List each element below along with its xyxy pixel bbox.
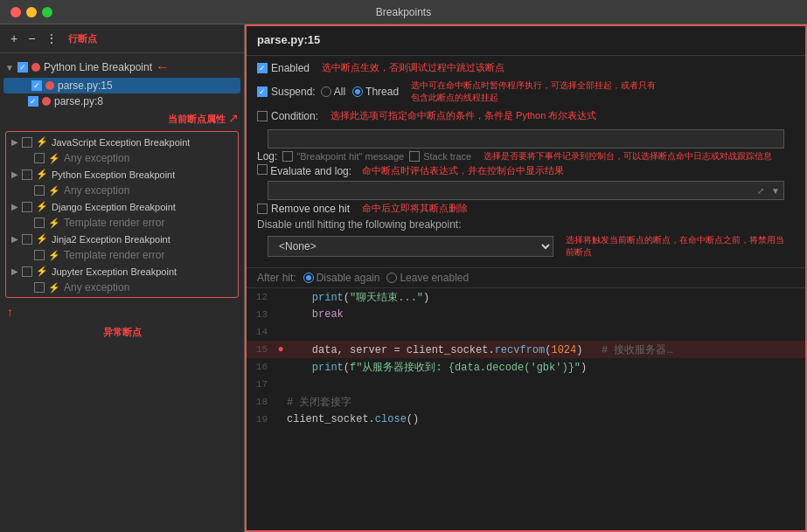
parsepy8-item[interactable]: ✓ parse.py:8 [0, 93, 244, 109]
annotation-arrow-up: ↗ [228, 111, 239, 125]
jupyter-exception-check[interactable] [22, 266, 32, 277]
code-text-19: client_socket.close() [287, 413, 419, 425]
disable-until-row: Disable until hitting the following brea… [257, 218, 795, 231]
line-num-14: 14 [250, 327, 275, 337]
thread-radio[interactable]: Thread [352, 86, 399, 98]
python-line-breakpoint-section[interactable]: ▼ ✓ Python Line Breakpoint ← [0, 57, 244, 78]
thread-radio-circle [352, 86, 363, 97]
parsepy8-check[interactable]: ✓ [28, 96, 38, 107]
left-toolbar: + − ⋮ 行断点 [0, 24, 244, 53]
jinja2-exception-check[interactable] [22, 234, 32, 245]
python-line-bp-check[interactable]: ✓ [17, 62, 28, 73]
exception-bottom-label-area: 异常断点 [0, 326, 244, 344]
django-exception-check[interactable] [22, 202, 32, 212]
menu-button[interactable]: ⋮ [42, 30, 61, 47]
evaluate-input[interactable] [268, 183, 754, 198]
after-hit-row: After hit: Disable again Leave enabled [247, 268, 805, 288]
log-bp-hit-check[interactable] [282, 151, 293, 162]
js-exception-bp-section[interactable]: ▶ ⚡ JavaScript Exception Breakpoint [6, 134, 238, 150]
py-exception-bp-section[interactable]: ▶ ⚡ Python Exception Breakpoint [6, 166, 238, 183]
py-any-exception-item: ⚡ Any exception [6, 183, 238, 198]
py-any-check[interactable] [34, 185, 45, 196]
jupyter-expand-arrow: ▶ [11, 266, 18, 276]
code-text-15: data, server = client_socket.recvfrom(10… [287, 342, 673, 357]
condition-input[interactable] [268, 129, 784, 149]
current-bp-annotation-area: 当前断点属性 ↗ [0, 109, 244, 128]
expand-eval-icon[interactable]: ⤢ [754, 186, 768, 196]
django-template-lightning: ⚡ [48, 218, 60, 229]
django-template-check[interactable] [34, 218, 45, 228]
jinja2-template-lightning: ⚡ [48, 250, 60, 261]
window-title: Breakpoints [376, 6, 431, 18]
eval-menu-icon[interactable]: ▼ [768, 186, 783, 196]
condition-check[interactable] [257, 111, 268, 121]
all-radio[interactable]: All [321, 86, 345, 98]
js-any-exception-item: ⚡ Any exception [6, 150, 238, 166]
suspend-radio-group: All Thread [321, 86, 399, 98]
evaluate-label[interactable]: Evaluate and log: [257, 164, 351, 177]
evaluate-text: Evaluate and log: [270, 165, 351, 177]
exception-annotation-area: ↑ [0, 301, 244, 326]
remove-once-hit-label[interactable]: Remove once hit [257, 203, 350, 215]
code-text-12: print("聊天结束...") [287, 290, 429, 305]
log-row: Log: "Breakpoint hit" message Stack trac… [257, 150, 795, 162]
toolbar-title: 行断点 [68, 32, 97, 45]
code-line-17: 17 [247, 376, 805, 393]
breakpoints-list: ▼ ✓ Python Line Breakpoint ← ✓ parse.py:… [0, 53, 244, 532]
log-option2[interactable]: Stack trace [409, 151, 471, 162]
log-stack-label: Stack trace [423, 151, 471, 162]
enabled-label[interactable]: ✓ Enabled [257, 62, 310, 74]
title-bar: Breakpoints [0, 0, 807, 24]
enabled-text: Enabled [271, 62, 310, 74]
exception-annotation-label: 异常断点 [103, 327, 142, 337]
django-exception-label: Django Exception Breakpoint [52, 202, 176, 212]
py-exception-check[interactable] [22, 169, 32, 180]
parsepy15-check[interactable]: ✓ [31, 80, 42, 91]
select-none-wrap: <None> 选择将触发当前断点的断点，在命中断点之前，将禁用当前断点 [268, 234, 784, 259]
evaluate-input-wrap: ⤢ ▼ [268, 181, 784, 200]
py-exception-label: Python Exception Breakpoint [52, 169, 175, 180]
suspend-text: Suspend: [271, 86, 316, 98]
disable-again-option[interactable]: Disable again [303, 272, 380, 284]
condition-annotation: 选择此选项可指定命中断点的条件，条件是 Python 布尔表达式 [330, 109, 596, 122]
evaluate-check[interactable] [257, 164, 268, 175]
js-any-check[interactable] [34, 153, 45, 163]
remove-breakpoint-button[interactable]: − [24, 30, 38, 47]
log-bp-hit-label: "Breakpoint hit" message [296, 151, 404, 162]
suspend-check[interactable]: ✓ [257, 86, 268, 97]
select-annotation: 选择将触发当前断点的断点，在命中断点之前，将禁用当前断点 [566, 234, 784, 259]
leave-enabled-option[interactable]: Leave enabled [386, 272, 469, 284]
line-num-13: 13 [250, 309, 275, 320]
maximize-button[interactable] [42, 7, 52, 17]
enabled-check[interactable]: ✓ [257, 63, 268, 73]
log-stack-check[interactable] [409, 151, 420, 162]
left-panel: + − ⋮ 行断点 ▼ ✓ Python Line Breakpoint ← ✓… [0, 24, 245, 532]
jinja2-template-label: Template render error [64, 249, 164, 261]
jinja2-template-check[interactable] [34, 250, 45, 260]
all-radio-label: All [334, 86, 345, 98]
py-any-lightning: ⚡ [48, 185, 60, 197]
minimize-button[interactable] [26, 7, 37, 17]
condition-label[interactable]: Condition: [257, 110, 318, 122]
jupyter-any-label: Any exception [64, 281, 129, 294]
jinja2-exception-bp-section[interactable]: ▶ ⚡ Jinja2 Exception Breakpoint [6, 231, 238, 247]
window-controls[interactable] [10, 7, 52, 17]
close-button[interactable] [10, 7, 21, 17]
js-exception-label: JavaScript Exception Breakpoint [52, 137, 190, 148]
django-exception-bp-section[interactable]: ▶ ⚡ Django Exception Breakpoint [6, 198, 238, 215]
add-breakpoint-button[interactable]: + [7, 30, 21, 47]
line-num-15: 15 [250, 344, 275, 355]
log-option1[interactable]: "Breakpoint hit" message [282, 151, 404, 162]
disable-until-label: Disable until hitting the following brea… [257, 218, 461, 231]
jupyter-exception-bp-section[interactable]: ▶ ⚡ Jupyter Exception Breakpoint [6, 263, 238, 280]
js-exception-check[interactable] [22, 137, 32, 148]
breakpoint-select[interactable]: <None> [268, 236, 553, 257]
jupyter-any-check[interactable] [34, 282, 45, 293]
suspend-row: ✓ Suspend: All Thread 选中可在命中断点时暂停程序执行，可选… [257, 79, 795, 104]
remove-once-hit-check[interactable] [257, 204, 268, 214]
right-panel: parse.py:15 ✓ Enabled 选中断点生效，否则调试过程中跳过该断… [245, 24, 807, 532]
evaluate-row: Evaluate and log: 命中断点时评估表达式，并在控制台中显示结果 [257, 164, 795, 177]
suspend-label[interactable]: ✓ Suspend: [257, 86, 316, 98]
code-text-16: print(f"从服务器接收到: {data.decode('gbk')}") [287, 360, 587, 375]
parsepy15-item[interactable]: ✓ parse.py:15 [3, 78, 240, 93]
